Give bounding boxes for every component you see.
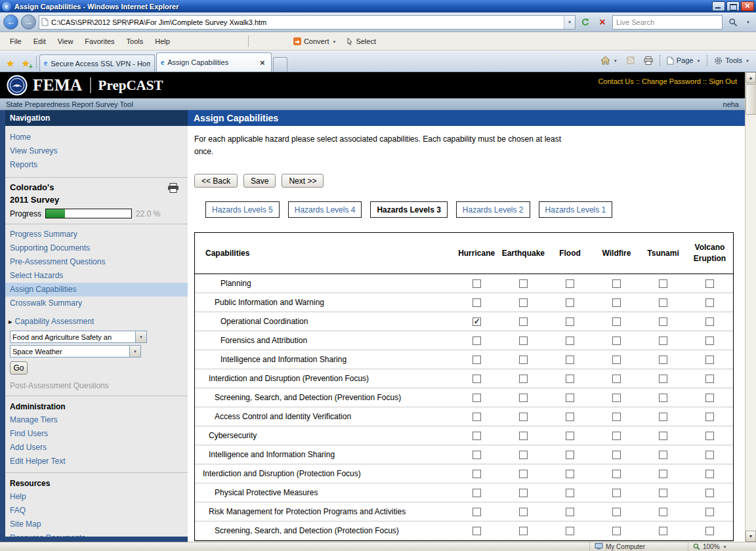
capability-checkbox[interactable]: [612, 375, 621, 383]
capability-checkbox[interactable]: [472, 413, 481, 421]
sidebar-item-find-users[interactable]: Find Users: [5, 427, 188, 441]
hazard-tab-hazards-levels-2[interactable]: Hazards Levels 2: [456, 201, 530, 218]
capability-checkbox[interactable]: [519, 470, 528, 478]
capability-checkbox[interactable]: [566, 375, 574, 383]
sidebar-item-help[interactable]: Help: [5, 490, 188, 504]
scroll-down-icon[interactable]: [746, 531, 756, 542]
close-button[interactable]: [741, 1, 754, 11]
capability-checkbox[interactable]: [705, 317, 714, 326]
capability-checkbox[interactable]: [519, 375, 528, 383]
capability-checkbox[interactable]: [659, 432, 667, 440]
capability-checkbox[interactable]: [519, 317, 528, 326]
capability-checkbox[interactable]: [659, 470, 667, 478]
sidebar-item-pre-assessment-questions[interactable]: Pre-Assessment Questions: [5, 255, 188, 269]
capability-checkbox[interactable]: [705, 508, 714, 516]
search-options-button[interactable]: [744, 18, 753, 27]
menu-file[interactable]: File: [4, 35, 28, 48]
capability-checkbox[interactable]: [612, 356, 621, 364]
zoom-control[interactable]: 100%: [688, 542, 756, 551]
capability-checkbox[interactable]: [659, 337, 667, 345]
print-survey-icon[interactable]: [167, 183, 179, 193]
capability-checkbox[interactable]: [566, 451, 574, 459]
menu-view[interactable]: View: [52, 35, 79, 48]
capability-checkbox[interactable]: [519, 527, 528, 535]
capability-checkbox[interactable]: [659, 451, 667, 459]
sidebar-item-progress-summary[interactable]: Progress Summary: [5, 228, 188, 241]
capability-checkbox[interactable]: [612, 413, 621, 421]
maximize-button[interactable]: [726, 1, 740, 11]
capability-checkbox[interactable]: [705, 489, 714, 497]
browser-tab-secure-access-ssl-vpn-home[interactable]: Secure Access SSL VPN - Home: [39, 54, 155, 71]
sidebar-item-supporting-documents[interactable]: Supporting Documents: [5, 241, 188, 255]
capability-checkbox[interactable]: [705, 356, 714, 364]
new-tab-stub[interactable]: [273, 57, 287, 71]
capability-checkbox[interactable]: [519, 394, 528, 402]
sidebar-item-home[interactable]: Home: [5, 131, 188, 144]
capability-checkbox[interactable]: [612, 508, 621, 516]
capability-checkbox[interactable]: [566, 508, 574, 516]
capability-checkbox[interactable]: [705, 394, 714, 402]
capability-checkbox[interactable]: [519, 356, 528, 364]
capability-checkbox[interactable]: [566, 413, 574, 421]
capability-checkbox[interactable]: [566, 356, 574, 364]
capability-checkbox[interactable]: [659, 279, 667, 288]
go-button[interactable]: Go: [10, 361, 28, 375]
capability-checkbox[interactable]: [566, 470, 574, 478]
capability-checkbox[interactable]: [659, 489, 667, 497]
capability-checkbox[interactable]: [472, 451, 481, 459]
capability-checkbox[interactable]: [705, 527, 714, 535]
capability-checkbox[interactable]: [519, 298, 528, 307]
hazard-tab-hazards-levels-5[interactable]: Hazards Levels 5: [205, 201, 280, 218]
address-field[interactable]: C:\CAS\SPR\2012 SPR\PRA\For Jim\Complete…: [39, 15, 576, 30]
feeds-button[interactable]: [623, 54, 639, 67]
sidebar-item-assign-capabilities[interactable]: Assign Capabilities: [5, 283, 188, 296]
sidebar-item-crosswalk-summary[interactable]: Crosswalk Summary: [5, 296, 188, 310]
minimize-button[interactable]: [712, 1, 725, 11]
capability-checkbox[interactable]: [659, 317, 667, 326]
home-button[interactable]: [597, 53, 621, 68]
capability-checkbox[interactable]: [612, 279, 621, 288]
capability-checkbox[interactable]: [705, 298, 714, 307]
capability-checkbox[interactable]: [566, 489, 574, 497]
add-favorite-icon[interactable]: [18, 54, 33, 71]
sidebar-item-faq[interactable]: FAQ: [5, 504, 188, 518]
tab-close-icon[interactable]: [258, 58, 267, 68]
capability-checkbox[interactable]: [519, 489, 528, 497]
capability-checkbox[interactable]: [612, 470, 621, 478]
capability-dropdown[interactable]: Food and Agriculture Safety an: [10, 331, 147, 343]
capability-checkbox[interactable]: [612, 527, 621, 535]
capability-checkbox[interactable]: [659, 508, 667, 516]
sidebar-item-edit-helper-text[interactable]: Edit Helper Text: [5, 455, 188, 468]
capability-checkbox[interactable]: [612, 489, 621, 497]
capability-checkbox[interactable]: [472, 508, 481, 516]
capability-assessment-link[interactable]: Capability Assessment: [15, 317, 94, 326]
capability-checkbox[interactable]: [472, 394, 481, 402]
back-icon[interactable]: [3, 14, 18, 30]
sidebar-item-reports[interactable]: Reports: [5, 158, 188, 172]
next-button[interactable]: Next >>: [282, 174, 324, 188]
capability-checkbox[interactable]: [659, 394, 667, 402]
capability-checkbox[interactable]: [612, 317, 621, 326]
hazard-tab-hazards-levels-4[interactable]: Hazards Levels 4: [288, 201, 362, 218]
header-link-sign-out[interactable]: Sign Out: [709, 77, 737, 85]
capability-checkbox[interactable]: [472, 356, 481, 364]
sidebar-item-capability-assessment[interactable]: Capability Assessment: [5, 314, 188, 329]
capability-checkbox[interactable]: [612, 298, 621, 307]
capability-checkbox[interactable]: [612, 432, 621, 440]
capability-checkbox[interactable]: [566, 432, 574, 440]
capability-checkbox[interactable]: [612, 451, 621, 459]
capability-checkbox[interactable]: [659, 298, 667, 307]
select-button[interactable]: Select: [341, 35, 381, 47]
capability-checkbox[interactable]: [472, 470, 481, 478]
convert-button[interactable]: Convert: [288, 35, 341, 47]
browser-tab-assign-capabilities[interactable]: Assign Capabilities: [156, 52, 272, 71]
scrollbar-thumb[interactable]: [746, 84, 756, 115]
capability-checkbox[interactable]: [472, 375, 481, 383]
capability-checkbox[interactable]: [566, 298, 574, 307]
capability-checkbox[interactable]: [659, 375, 667, 383]
capability-checkbox[interactable]: [659, 413, 667, 421]
capability-checkbox[interactable]: [519, 279, 528, 288]
back-button[interactable]: << Back: [194, 174, 238, 188]
search-box[interactable]: Live Search: [612, 15, 723, 30]
capability-checkbox[interactable]: [566, 317, 574, 326]
